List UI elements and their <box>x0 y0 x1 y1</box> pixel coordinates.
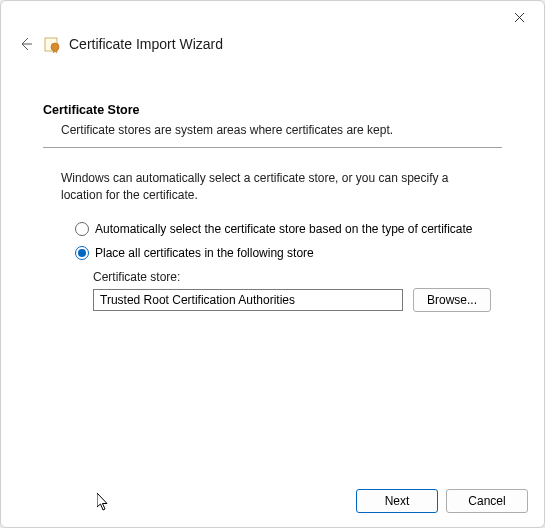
close-icon <box>514 12 525 23</box>
radio-group: Automatically select the certificate sto… <box>75 222 502 260</box>
store-input[interactable] <box>93 289 403 311</box>
radio-icon <box>75 246 89 260</box>
back-button[interactable] <box>17 35 35 53</box>
header: Certificate Import Wizard <box>1 33 544 67</box>
cancel-button[interactable]: Cancel <box>446 489 528 513</box>
divider <box>43 147 502 148</box>
wizard-title: Certificate Import Wizard <box>69 36 223 52</box>
store-block: Certificate store: Browse... <box>93 270 502 312</box>
cursor-icon <box>97 493 112 513</box>
footer: Next Cancel <box>1 479 544 527</box>
next-button[interactable]: Next <box>356 489 438 513</box>
radio-label-place: Place all certificates in the following … <box>95 246 314 260</box>
radio-option-auto[interactable]: Automatically select the certificate sto… <box>75 222 502 236</box>
svg-point-4 <box>51 43 59 51</box>
arrow-left-icon <box>18 36 34 52</box>
radio-label-auto: Automatically select the certificate sto… <box>95 222 473 236</box>
certificate-icon <box>43 35 61 53</box>
store-row: Browse... <box>93 288 502 312</box>
wizard-window: Certificate Import Wizard Certificate St… <box>0 0 545 528</box>
section-heading: Certificate Store <box>43 103 502 117</box>
radio-option-place[interactable]: Place all certificates in the following … <box>75 246 502 260</box>
store-label: Certificate store: <box>93 270 502 284</box>
content-area: Certificate Store Certificate stores are… <box>1 67 544 479</box>
intro-text: Windows can automatically select a certi… <box>61 170 484 204</box>
close-button[interactable] <box>504 5 534 29</box>
titlebar <box>1 1 544 33</box>
browse-button[interactable]: Browse... <box>413 288 491 312</box>
radio-icon <box>75 222 89 236</box>
section-subtext: Certificate stores are system areas wher… <box>61 123 502 137</box>
